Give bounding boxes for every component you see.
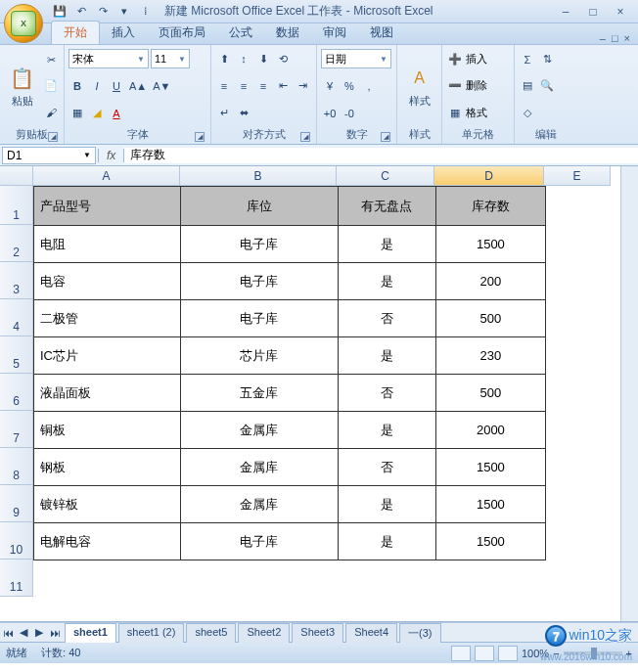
table-cell[interactable]: IC芯片 [34, 337, 181, 375]
sheet-tab[interactable]: sheet1 [65, 623, 116, 643]
table-row[interactable]: 电解电容电子库是1500 [34, 523, 546, 560]
column-header-A[interactable]: A [33, 166, 180, 186]
table-header[interactable]: 有无盘点 [338, 187, 435, 226]
name-box[interactable]: D1▼ [2, 147, 96, 164]
formula-input[interactable] [124, 148, 638, 163]
decrease-decimal-button[interactable]: -0 [341, 104, 358, 123]
sheet-nav-first[interactable]: ⏮ [0, 627, 16, 639]
fx-button[interactable]: fx [98, 149, 124, 162]
select-all-button[interactable] [0, 166, 33, 186]
increase-decimal-button[interactable]: +0 [321, 104, 339, 123]
table-cell[interactable]: 电子库 [181, 523, 338, 560]
table-cell[interactable]: 金属库 [181, 449, 338, 486]
table-cell[interactable]: 是 [338, 337, 435, 375]
sheet-nav-next[interactable]: ▶ [31, 626, 47, 639]
table-row[interactable]: IC芯片芯片库是230 [34, 337, 546, 375]
table-row[interactable]: 镀锌板金属库是1500 [34, 486, 546, 523]
number-dialog-launcher[interactable]: ◢ [381, 132, 390, 142]
table-cell[interactable]: 液晶面板 [34, 375, 181, 412]
table-cell[interactable]: 镀锌板 [34, 486, 181, 523]
sheet-tab[interactable]: sheet5 [186, 623, 236, 643]
table-row[interactable]: 电容电子库是200 [34, 263, 546, 300]
table-cell[interactable]: 否 [338, 300, 435, 337]
table-cell[interactable]: 是 [338, 486, 435, 523]
table-cell[interactable]: 230 [435, 337, 545, 375]
align-right-button[interactable]: ≡ [254, 76, 272, 96]
table-cell[interactable]: 否 [338, 449, 435, 486]
align-top-button[interactable]: ⬆ [215, 49, 233, 68]
data-table[interactable]: 产品型号库位有无盘点库存数电阻电子库是1500电容电子库是200二极管电子库否5… [33, 186, 546, 560]
minimize-button[interactable]: – [552, 2, 579, 22]
fill-color-button[interactable]: ◢ [88, 104, 106, 123]
doc-minimize-button[interactable]: – [600, 32, 606, 44]
table-cell[interactable]: 否 [338, 375, 435, 412]
table-cell[interactable]: 1500 [435, 226, 545, 263]
table-cell[interactable]: 1500 [435, 449, 545, 486]
row-header-7[interactable]: 7 [0, 411, 33, 448]
office-button[interactable]: X [4, 4, 43, 43]
font-dialog-launcher[interactable]: ◢ [195, 132, 205, 142]
comma-button[interactable]: , [360, 76, 378, 96]
format-cells-button[interactable]: ▦ [446, 103, 464, 122]
sheet-tab[interactable]: Sheet3 [292, 623, 343, 643]
table-cell[interactable]: 芯片库 [181, 337, 338, 375]
table-cell[interactable]: 是 [338, 523, 435, 560]
table-cell[interactable]: 电子库 [181, 226, 338, 263]
bold-button[interactable]: B [68, 76, 86, 96]
row-header-11[interactable]: 11 [0, 560, 33, 597]
orientation-button[interactable]: ⟲ [274, 49, 292, 68]
cut-button[interactable]: ✂ [42, 50, 60, 69]
merge-center-button[interactable]: ⬌ [235, 104, 252, 123]
worksheet-grid[interactable]: ABCDE 1234567891011 产品型号库位有无盘点库存数电阻电子库是1… [0, 166, 638, 622]
sheet-tab[interactable]: Sheet2 [238, 623, 290, 643]
table-cell[interactable]: 电子库 [181, 263, 338, 300]
tab-pagelayout[interactable]: 页面布局 [147, 22, 217, 44]
table-cell[interactable]: 电容 [34, 263, 181, 300]
table-cell[interactable]: 二极管 [34, 300, 181, 337]
table-cell[interactable]: 1500 [435, 523, 545, 560]
tab-review[interactable]: 审阅 [311, 22, 358, 44]
fill-button[interactable]: ▤ [519, 76, 536, 96]
tab-data[interactable]: 数据 [264, 22, 311, 44]
clipboard-dialog-launcher[interactable]: ◢ [48, 132, 58, 142]
sheet-tab[interactable]: sheet1 (2) [118, 623, 185, 643]
tab-insert[interactable]: 插入 [100, 22, 147, 44]
underline-button[interactable]: U [108, 76, 125, 96]
indent-inc-button[interactable]: ⇥ [294, 76, 311, 96]
table-cell[interactable]: 1500 [435, 486, 545, 523]
table-cell[interactable]: 电阻 [34, 226, 181, 263]
table-cell[interactable]: 铜板 [34, 412, 181, 449]
paste-button[interactable]: 📋 粘贴 [4, 47, 40, 125]
sheet-tab[interactable]: 一(3) [399, 623, 440, 643]
redo-icon[interactable]: ↷ [94, 3, 112, 21]
autosum-button[interactable]: Σ [519, 50, 536, 69]
table-cell[interactable]: 500 [435, 375, 545, 412]
table-cell[interactable]: 是 [338, 263, 435, 300]
delete-cells-button[interactable]: ➖ [446, 76, 464, 96]
doc-close-button[interactable]: × [624, 32, 630, 44]
column-header-C[interactable]: C [337, 166, 434, 186]
clear-button[interactable]: ◇ [519, 103, 536, 122]
tab-home[interactable]: 开始 [51, 21, 100, 44]
row-header-10[interactable]: 10 [0, 522, 33, 560]
currency-button[interactable]: ¥ [321, 76, 339, 96]
column-header-B[interactable]: B [180, 166, 337, 186]
table-cell[interactable]: 是 [338, 412, 435, 449]
align-center-button[interactable]: ≡ [235, 76, 252, 96]
align-middle-button[interactable]: ↕ [235, 49, 252, 68]
tab-formulas[interactable]: 公式 [217, 22, 264, 44]
table-cell[interactable]: 金属库 [181, 486, 338, 523]
tab-view[interactable]: 视图 [358, 22, 405, 44]
styles-button[interactable]: A 样式 [401, 47, 437, 125]
view-pagebreak-button[interactable] [498, 646, 518, 661]
table-cell[interactable]: 电解电容 [34, 523, 181, 560]
maximize-button[interactable]: □ [579, 2, 607, 22]
align-left-button[interactable]: ≡ [215, 76, 233, 96]
table-cell[interactable]: 五金库 [181, 375, 338, 412]
sheet-nav-prev[interactable]: ◀ [16, 626, 31, 639]
undo-icon[interactable]: ↶ [72, 3, 90, 21]
format-painter-button[interactable]: 🖌 [42, 103, 60, 122]
sheet-tab[interactable]: Sheet4 [345, 623, 397, 643]
indent-dec-button[interactable]: ⇤ [274, 76, 292, 96]
font-grow-button[interactable]: A▲ [127, 76, 149, 96]
